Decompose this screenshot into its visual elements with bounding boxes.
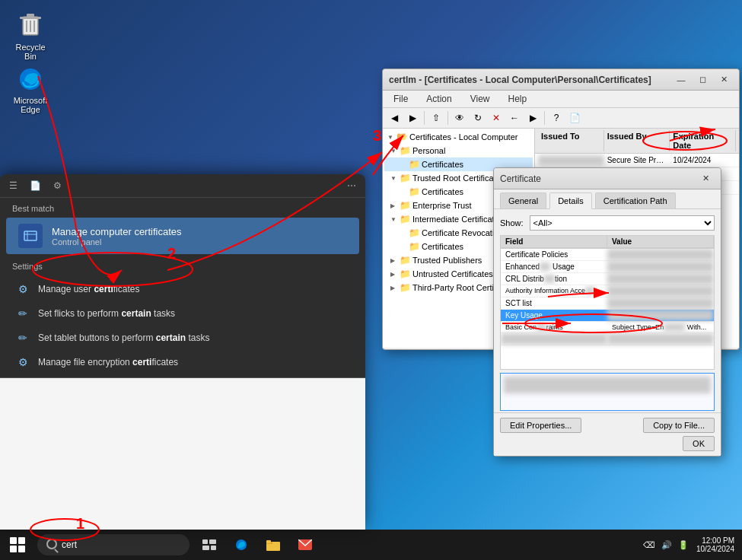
properties-button[interactable]: 📄 xyxy=(566,110,583,126)
copy-to-file-button[interactable]: Copy to File... xyxy=(643,418,715,433)
network-icon[interactable]: ⌫ xyxy=(643,540,655,550)
svg-rect-10 xyxy=(202,539,208,544)
export-button[interactable]: ✕ xyxy=(488,110,505,126)
taskbar-search-box[interactable] xyxy=(37,534,189,555)
taskbar-icons xyxy=(196,531,319,558)
cert-dialog-footer: Edit Properties... Copy to File... OK xyxy=(494,412,721,456)
settings-item-manage-user-text: Manage user certificates xyxy=(38,284,139,294)
tab-details[interactable]: Details xyxy=(549,192,592,209)
details-row-basic-constraints[interactable]: Basic Con██raints Subject Type=En██ ██ W… xyxy=(501,322,714,333)
battery-icon[interactable]: 🔋 xyxy=(678,540,689,550)
recycle-bin-icon xyxy=(15,11,46,41)
close-button[interactable]: ✕ xyxy=(715,73,733,87)
tab-general[interactable]: General xyxy=(500,192,546,208)
up-button[interactable]: ⇧ xyxy=(428,110,444,126)
start-menu-top: ☰ 📄 ⚙ ⋯ xyxy=(0,174,365,198)
menu-file[interactable]: File xyxy=(389,92,412,106)
import-button[interactable]: ← xyxy=(506,110,523,126)
svg-rect-7 xyxy=(24,231,37,240)
minimize-button[interactable]: — xyxy=(672,73,690,87)
details-row-enhanced-usage[interactable]: Enhanced ██ Usage Se██... xyxy=(501,261,714,273)
details-table-header: Field Value xyxy=(500,235,715,248)
settings-item-manage-user[interactable]: ⚙ Manage user certificates xyxy=(12,277,353,301)
toolbar-separator-1 xyxy=(424,111,425,125)
settings-item-file-enc-text: Manage file encryption certificates xyxy=(38,357,178,368)
settings-icon[interactable]: ⚙ xyxy=(53,180,62,191)
show-select[interactable]: <All> xyxy=(530,215,715,231)
more-options-button[interactable]: ⋯ xyxy=(347,180,356,191)
settings-item-flicks[interactable]: ✏ Set flicks to perform certain tasks xyxy=(12,301,353,326)
taskbar-file-explorer[interactable] xyxy=(260,531,287,558)
menu-action[interactable]: Action xyxy=(422,92,456,106)
svg-rect-12 xyxy=(202,546,209,550)
refresh-button[interactable]: ↻ xyxy=(470,110,486,126)
cert-issued-to-1: ██████████ xyxy=(538,155,604,165)
desktop: Recycle Bin Microsoft Edge certlm - [Cer… xyxy=(0,0,742,560)
taskbar-edge[interactable] xyxy=(228,531,255,558)
show-row: Show: <All> xyxy=(500,215,715,231)
edit-properties-button[interactable]: Edit Properties... xyxy=(500,418,581,433)
details-table[interactable]: Certificate Policies ████icy Ident... En… xyxy=(500,248,715,370)
toolbar-separator-2 xyxy=(447,111,448,125)
menu-view[interactable]: View xyxy=(466,92,495,106)
action-button[interactable]: ▶ xyxy=(524,110,541,126)
new-doc-icon[interactable]: 📄 xyxy=(30,180,41,191)
details-row-sct[interactable]: SCT list ████... xyxy=(501,298,714,310)
certlm-titlebar[interactable]: certlm - [Certificates - Local Computer\… xyxy=(383,69,739,91)
file-enc-icon: ⚙ xyxy=(15,355,30,370)
cert-dialog-tabs: General Details Certification Path xyxy=(494,189,721,209)
cert-dialog-close[interactable]: ✕ xyxy=(696,172,715,186)
taskbar: ⌫ 🔊 🔋 12:00 PM 10/24/2024 xyxy=(0,530,742,560)
ok-button[interactable]: OK xyxy=(683,436,715,451)
cert-row-1[interactable]: ██████████ Secure Site Pro CA G2 10/24/2… xyxy=(535,154,739,167)
menu-help[interactable]: Help xyxy=(504,92,532,106)
best-match-item[interactable]: Manage computer certificates Control pan… xyxy=(6,218,359,254)
search-input[interactable] xyxy=(62,539,168,550)
hamburger-icon[interactable]: ☰ xyxy=(9,180,18,191)
start-button[interactable] xyxy=(0,530,34,560)
task-view-button[interactable] xyxy=(196,531,223,558)
header-issued-to[interactable]: Issued To xyxy=(538,130,604,151)
field-header: Field xyxy=(501,236,607,247)
cert-dialog-title: Certificate xyxy=(500,173,696,184)
certificate-dialog: Certificate ✕ General Details Certificat… xyxy=(493,167,721,457)
settings-item-tablet[interactable]: ✏ Set tablet buttons to perform certain … xyxy=(12,326,353,350)
details-row-crl[interactable]: CRL Distrib██tion ████... xyxy=(501,273,714,285)
help-button[interactable]: ? xyxy=(548,110,565,126)
details-row-key-usage[interactable]: Key Usage ████ xyxy=(501,310,714,322)
tab-certification-path[interactable]: Certification Path xyxy=(595,192,676,208)
recycle-bin-label: Recycle Bin xyxy=(11,43,50,61)
header-issued-by[interactable]: Issued By xyxy=(604,130,670,151)
best-match-subtitle: Control panel xyxy=(52,237,182,247)
svg-rect-13 xyxy=(211,546,216,550)
cert-dialog-titlebar[interactable]: Certificate ✕ xyxy=(494,168,721,189)
forward-button[interactable]: ▶ xyxy=(404,110,421,126)
cert-dialog-controls: ✕ xyxy=(696,172,715,186)
back-button[interactable]: ◀ xyxy=(386,110,403,126)
value-header: Value xyxy=(607,236,714,247)
settings-item-tablet-text: Set tablet buttons to perform certain ta… xyxy=(38,332,209,343)
settings-item-file-enc[interactable]: ⚙ Manage file encryption certificates xyxy=(12,350,353,374)
best-match-title: Manage computer certificates xyxy=(52,226,182,237)
cert-value-box: ████ ██ ████ ██ ██████ ██ ████ ██████ ██… xyxy=(500,373,715,411)
desktop-icon-recycle-bin[interactable]: Recycle Bin xyxy=(8,8,53,64)
time: 12:00 PM xyxy=(696,536,734,545)
details-row-authority-info[interactable]: Authority Information Acce██ ████... xyxy=(501,285,714,298)
cert-expiration-1: 10/24/2024 xyxy=(670,155,736,165)
clock[interactable]: 12:00 PM 10/24/2024 xyxy=(696,536,734,553)
tree-item-personal[interactable]: ▼ 📁 Personal xyxy=(384,144,533,158)
start-menu-bottom xyxy=(0,377,365,530)
volume-icon[interactable]: 🔊 xyxy=(661,540,672,550)
show-hide-button[interactable]: 👁 xyxy=(451,110,468,126)
cert-issued-by-1: Secure Site Pro CA G2 xyxy=(604,155,670,165)
desktop-icon-edge[interactable]: Microsoft Edge xyxy=(8,61,53,117)
start-menu-icons: ☰ 📄 ⚙ xyxy=(9,180,62,191)
tree-item-root[interactable]: ▼ 📂 Certificates - Local Computer xyxy=(384,130,533,144)
restore-button[interactable]: ◻ xyxy=(693,73,712,87)
header-expiration[interactable]: Expiration Date xyxy=(670,130,736,151)
details-row-cert-policies[interactable]: Certificate Policies ████icy Ident... xyxy=(501,249,714,261)
svg-rect-11 xyxy=(209,539,216,544)
taskbar-mail[interactable] xyxy=(291,531,319,558)
details-row-thumbprint[interactable]: ████rint fu██... xyxy=(501,333,714,345)
best-match-text: Manage computer certificates Control pan… xyxy=(52,226,182,247)
